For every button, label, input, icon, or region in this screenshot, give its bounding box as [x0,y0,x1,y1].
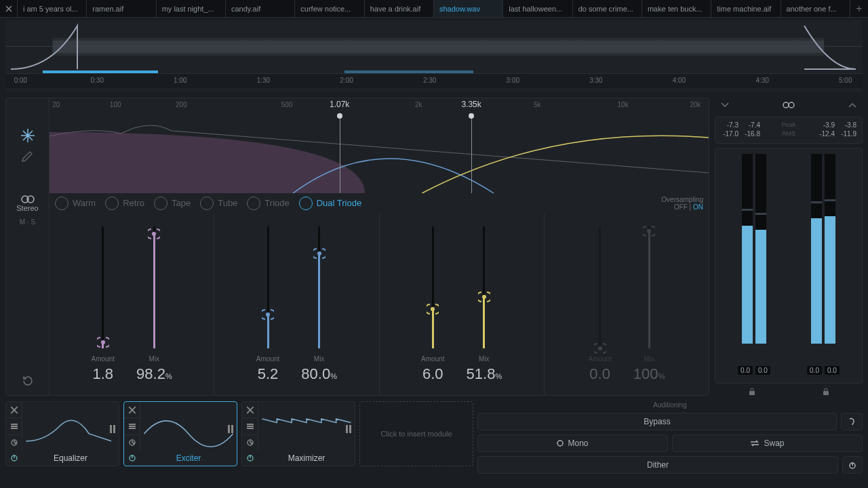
exciter-mode-dual-triode[interactable]: Dual Triode [299,197,361,210]
oversampling-toggle[interactable]: Oversampling OFF | ON [661,196,703,211]
list-icon[interactable] [242,418,258,434]
file-tab[interactable]: i am 5 years ol... [18,0,87,17]
exciter-mode-tape[interactable]: Tape [154,197,191,210]
output-meter[interactable]: 0.00.0 [789,154,858,378]
exciter-mode-warm[interactable]: Warm [55,197,96,210]
close-tab-button[interactable] [0,0,18,17]
file-tab[interactable]: do some crime... [573,0,642,17]
file-tab[interactable]: ramen.aif [87,0,156,17]
mix-slider[interactable] [648,226,650,348]
power-icon[interactable] [842,456,863,474]
ear-icon[interactable] [841,413,863,430]
spectrum-display[interactable]: 201002005002k5k10k20k1.07k3.35k [50,98,709,193]
power-icon[interactable] [124,452,140,464]
add-tab-button[interactable]: + [850,0,868,17]
amount-label: Amount [256,355,279,363]
svg-point-10 [599,347,601,350]
pause-icon[interactable] [227,424,234,436]
svg-rect-32 [247,428,254,429]
ms-label: M · S [20,218,35,226]
file-tab[interactable]: curfew notice... [295,0,364,17]
close-icon[interactable] [124,402,140,418]
exciter-mode-tube[interactable]: Tube [200,197,237,210]
solo-icon[interactable] [6,435,22,451]
power-icon[interactable] [242,452,258,464]
ruler-tick: 3:30 [589,77,602,84]
close-icon[interactable] [242,402,258,418]
svg-rect-31 [247,426,254,427]
file-tab[interactable]: time machine.aif [711,0,781,17]
power-icon[interactable] [6,452,22,464]
crossover-handle[interactable] [337,113,342,119]
module-equalizer[interactable]: Equalizer [5,401,119,466]
file-tab[interactable]: another one f... [781,0,850,17]
input-meter[interactable]: 0.00.0 [719,154,789,378]
mix-slider[interactable] [153,226,155,348]
stereo-mode-toggle[interactable]: Stereo [6,193,50,213]
exciter-mode-retro[interactable]: Retro [105,197,144,210]
pause-icon[interactable] [109,424,116,436]
ruler-tick: 1:00 [174,77,186,84]
link-icon[interactable] [782,101,795,109]
module-exciter[interactable]: Exciter [123,401,237,466]
amount-value: 5.2 [258,365,279,383]
pen-icon[interactable] [20,148,36,164]
swap-button[interactable]: Swap [672,434,863,452]
solo-icon[interactable] [242,435,258,451]
mix-label: Mix [644,355,654,363]
solo-icon[interactable] [124,435,140,451]
pause-icon[interactable] [345,424,352,436]
mix-value: 51.8% [467,365,502,383]
meters-panel: -7.3-7.4 Peak -3.9-3.8 -17.0-16.8 RMS -1… [715,98,863,396]
amount-slider[interactable] [599,226,601,348]
reset-icon[interactable] [22,375,34,387]
chevron-up-icon[interactable] [848,102,857,108]
svg-point-37 [557,441,563,446]
amount-slider[interactable] [432,226,434,348]
file-tab[interactable]: last halloween... [503,0,572,17]
bypass-button[interactable]: Bypass [477,413,837,430]
list-icon[interactable] [124,418,140,434]
waveform-overview[interactable]: 0:000:301:001:302:002:303:003:304:004:30… [5,20,863,92]
close-icon[interactable] [6,402,22,418]
svg-rect-27 [228,425,230,433]
file-tab[interactable]: make ten buck... [642,0,711,17]
amount-value: 1.8 [93,365,114,383]
amount-slider[interactable] [267,226,269,348]
freq-label: 10k [618,101,629,108]
exciter-mode-triode[interactable]: Triode [247,197,289,210]
mix-slider[interactable] [483,226,485,348]
svg-rect-20 [110,425,112,433]
mix-label: Mix [479,355,490,363]
amount-label: Amount [588,355,611,363]
freq-label: 500 [281,101,293,108]
crossover-handle[interactable] [469,113,474,119]
svg-rect-14 [749,391,755,395]
list-icon[interactable] [6,418,22,434]
file-tab[interactable]: have a drink.aif [365,0,434,17]
svg-point-11 [648,230,650,232]
file-tab[interactable]: shadow.wav [434,0,503,17]
amount-label: Amount [92,355,115,363]
svg-rect-18 [11,428,18,429]
insert-module-slot[interactable]: Click to insert module [359,401,473,466]
ruler-tick: 3:00 [507,77,519,84]
file-tab[interactable]: my last night_... [157,0,226,17]
file-tab[interactable]: candy.aif [226,0,295,17]
freq-label: 5k [534,101,541,108]
amount-slider[interactable] [102,226,104,348]
chevron-down-icon[interactable] [720,102,730,108]
ruler-tick: 0:00 [14,77,27,84]
mono-button[interactable]: Mono [477,434,668,452]
dither-button[interactable]: Dither [477,456,838,474]
exciter-band-1: Amount1.8Mix98.2% [50,213,214,395]
lock-icon[interactable] [748,388,756,396]
mix-value: 100% [633,365,665,383]
module-maximizer[interactable]: Maximizer [241,401,355,466]
lock-icon[interactable] [822,388,830,396]
star-icon[interactable] [20,127,36,144]
mix-slider[interactable] [318,226,320,348]
ruler-tick: 0:30 [91,77,104,84]
timeline-ruler[interactable]: 0:000:301:001:302:002:303:003:304:004:30… [5,73,863,88]
svg-point-8 [431,308,434,310]
